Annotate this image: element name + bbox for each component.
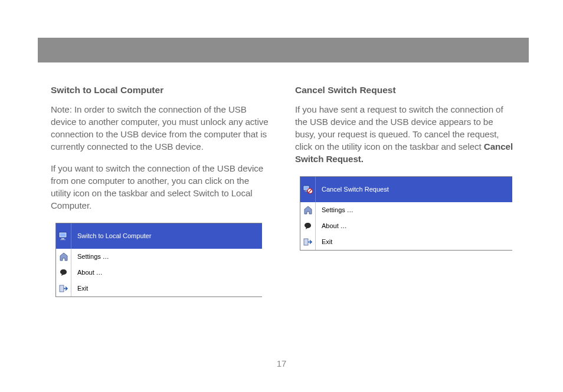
monitor-icon [58,231,69,241]
right-column: Cancel Switch Request If you have sent a… [295,85,513,297]
menu-label: Exit [316,238,332,245]
para-switch-note: Note: In order to switch the connection … [51,104,269,153]
cancel-usb-icon [303,185,313,194]
menu-label: About … [316,222,347,229]
about-icon [58,268,69,277]
svg-rect-1 [60,233,66,236]
heading-switch-local: Switch to Local Computer [51,85,269,95]
page-content: Switch to Local Computer Note: In order … [51,85,517,297]
svg-rect-2 [61,238,64,239]
svg-rect-4 [60,285,64,292]
menu-label: Settings … [71,253,109,260]
menu-item-about[interactable]: About … [300,218,512,234]
menu-item-settings[interactable]: Settings … [300,202,512,218]
about-icon [303,221,313,230]
exit-icon [303,237,313,246]
para-switch-howto: If you want to switch the connection of … [51,163,269,212]
menu-item-switch-local[interactable]: Switch to Local Computer [56,223,262,249]
para-cancel-howto: If you have sent a request to switch the… [295,104,513,166]
menu-item-exit[interactable]: Exit [300,234,512,250]
settings-house-icon [58,252,69,261]
context-menu-switch: Switch to Local Computer Settings … [55,223,262,297]
menu-item-exit[interactable]: Exit [56,281,262,297]
para-text: If you have sent a request to switch the… [295,104,503,151]
menu-label: Settings … [316,206,353,213]
context-menu-cancel: Cancel Switch Request Settings … [300,176,512,251]
menu-label: About … [71,269,103,276]
exit-icon [58,284,69,293]
menu-item-about[interactable]: About … [56,265,262,281]
heading-cancel-request: Cancel Switch Request [295,85,513,95]
menu-label: Exit [71,285,88,292]
svg-rect-10 [304,239,308,245]
menu-item-settings[interactable]: Settings … [56,249,262,265]
settings-house-icon [303,205,313,215]
svg-rect-6 [304,187,309,190]
svg-rect-3 [60,239,66,240]
page-number: 17 [0,358,563,368]
menu-label: Switch to Local Computer [71,232,151,239]
left-column: Switch to Local Computer Note: In order … [51,85,269,297]
header-bar [38,38,529,62]
menu-label: Cancel Switch Request [316,186,389,193]
menu-item-cancel-request[interactable]: Cancel Switch Request [300,177,512,202]
